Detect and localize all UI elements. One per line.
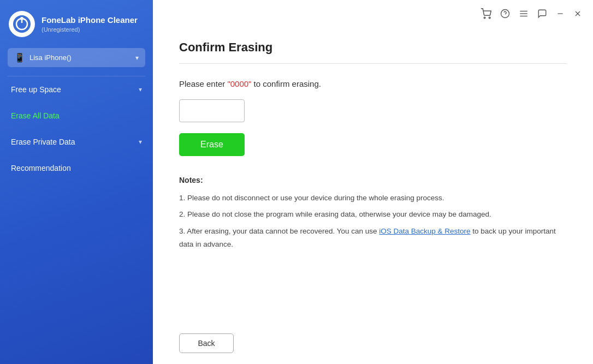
note-item-3: 3. After erasing, your data cannot be re… [179,225,567,252]
chevron-down-icon: ▾ [135,54,139,62]
phone-icon: 📱 [14,52,25,63]
sidebar-item-erase-private-data[interactable]: Erase Private Data ▾ [0,129,153,155]
ios-backup-link[interactable]: iOS Data Backup & Restore [379,227,470,235]
note-number-2: 2. [179,210,185,218]
close-icon[interactable] [573,9,582,18]
sidebar-item-erase-all-data[interactable]: Erase All Data [0,103,153,129]
title-divider [179,63,567,64]
app-name: FoneLab iPhone Cleaner [41,15,138,25]
bottom-bar: Back [153,325,593,364]
erase-button[interactable]: Erase [179,133,245,156]
app-title-block: FoneLab iPhone Cleaner (Unregistered) [41,15,138,33]
nav-item-label: Free up Space [11,85,61,94]
note-text-1: Please do not disconnect or use your dev… [187,194,444,202]
device-selector[interactable]: 📱 Lisa iPhone() ▾ [8,48,145,67]
note-item-2: 2. Please do not close the program while… [179,208,567,221]
note-text-2: Please do not close the program while er… [187,210,491,218]
top-bar [153,0,593,27]
note-number-1: 1. [179,194,185,202]
svg-point-5 [489,17,490,19]
main-content: Confirm Erasing Please enter "0000" to c… [153,0,593,364]
note-number-3: 3. [179,227,185,235]
chat-icon[interactable] [537,9,547,19]
confirm-text-before: Please enter [179,79,227,88]
notes-section: Notes: 1. Please do not disconnect or us… [179,174,567,254]
note-text-before-3: After erasing, your data cannot be recov… [187,227,379,235]
svg-point-4 [484,17,485,19]
page-title: Confirm Erasing [179,40,567,55]
app-logo [9,11,35,37]
minimize-icon[interactable] [556,9,565,18]
confirm-text-after: to confirm erasing. [251,79,321,88]
sidebar-item-free-up-space[interactable]: Free up Space ▾ [0,76,153,103]
sidebar: FoneLab iPhone Cleaner (Unregistered) 📱 … [0,0,153,364]
cart-icon[interactable] [481,8,491,19]
chevron-icon: ▾ [139,138,142,146]
nav-item-label: Recommendation [11,164,71,172]
back-button[interactable]: Back [179,333,234,353]
svg-point-2 [20,17,23,20]
nav-item-label: Erase Private Data [11,138,75,146]
nav-item-label: Erase All Data [11,111,60,120]
note-item-1: 1. Please do not disconnect or use your … [179,192,567,205]
app-header: FoneLab iPhone Cleaner (Unregistered) [0,0,153,46]
svg-point-6 [501,10,509,18]
notes-title: Notes: [179,174,567,187]
confirm-input[interactable] [179,99,245,122]
device-name: Lisa iPhone() [29,53,131,62]
confirm-description: Please enter "0000" to confirm erasing. [179,79,567,88]
chevron-icon: ▾ [139,86,142,93]
content-area: Confirm Erasing Please enter "0000" to c… [153,27,593,325]
menu-icon[interactable] [519,9,529,19]
help-icon[interactable] [500,9,510,19]
confirm-code: "0000" [227,79,251,88]
app-registration: (Unregistered) [41,26,138,33]
sidebar-item-recommendation[interactable]: Recommendation [0,155,153,181]
